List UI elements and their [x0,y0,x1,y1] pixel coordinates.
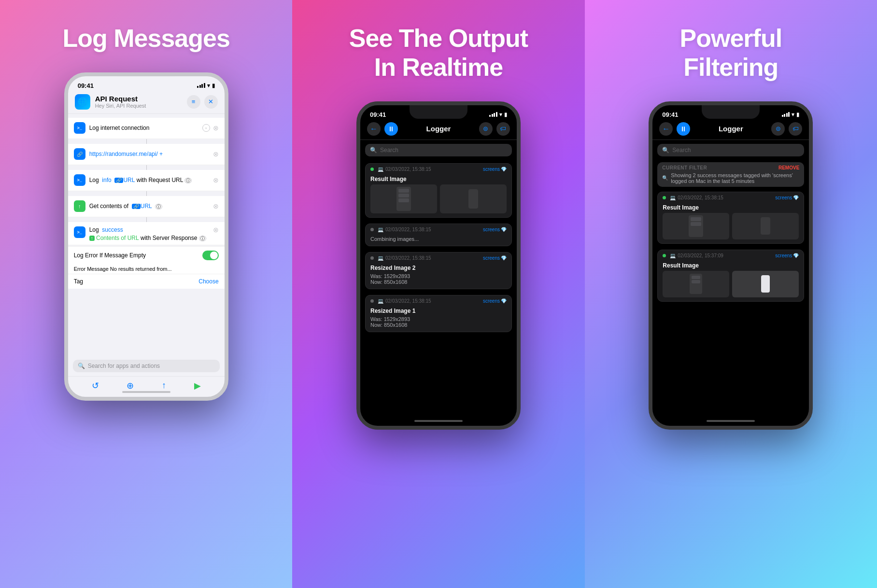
log-entry-2[interactable]: 💻 02/03/2022, 15:38:15 screens 💎 Combini… [365,224,512,246]
row-get-contents[interactable]: ↑ Get contents of 🔗URL ⓘ ⊗ [68,196,225,217]
wifi-icon-2: ▾ [499,112,502,118]
panel-3-title: Powerful Filtering [680,24,782,82]
log-dot-3-1 [663,196,666,199]
dismiss-icon-2[interactable]: ⊗ [213,176,219,184]
dismiss-icon-4[interactable]: ⊗ [213,226,219,234]
status-icons-1: ▾ ▮ [197,83,215,89]
back-button-2[interactable]: ← [367,122,381,136]
tag-icon-3-1: 💎 [793,195,799,200]
toolbar-icon-1[interactable]: ↺ [92,380,99,391]
connector-4 [68,217,225,222]
toolbar-icon-2[interactable]: ⊕ [127,380,134,391]
home-indicator-2 [414,420,463,422]
logger-title-3: Logger [690,125,771,133]
search-placeholder-2: Search [380,147,398,154]
play-button-3[interactable]: ⏸ [677,122,690,136]
battery-icon-1: ▮ [212,83,215,89]
dismiss-icon-1[interactable]: ⊗ [213,124,219,132]
tag-button-3[interactable]: 🏷 [789,122,802,136]
error-row: Error Message No results returned from..… [68,264,225,274]
timestamp-3-2: 02/03/2022, 15:37:09 [678,253,723,258]
connector-3 [68,191,225,196]
logger-header-2: ← ⏸ Logger ⊚ 🏷 [360,120,517,140]
wifi-icon-3: ▾ [792,112,794,118]
bottom-toolbar: ↺ ⊕ ↑ ▶ [68,376,225,397]
search-bar-bottom[interactable]: 🔍 Search for apps and actions [73,360,220,372]
log-entry-4[interactable]: 💻 02/03/2022, 15:38:15 screens 💎 Resized… [365,295,512,332]
log-title-3-1: Result Image [663,204,799,211]
search-icon-2: 🔍 [370,147,377,154]
log-title-1: Result Image [370,176,507,182]
phone-3: 09:41 ▾ ▮ ← ⏸ Logger ⊚ 🏷 [649,101,813,430]
computer-icon-2: 💻 [378,227,383,232]
row-icon-1: >_ [74,122,85,134]
timestamp-4: 02/03/2022, 15:38:15 [385,298,431,304]
log-entry-1[interactable]: 💻 02/03/2022, 15:38:15 screens 💎 Result … [365,163,512,218]
row-log-internet[interactable]: >_ Log internet connection › ⊗ [68,118,225,139]
close-button[interactable]: ✕ [204,95,218,109]
timestamp-3-1: 02/03/2022, 15:38:15 [678,195,723,200]
phone-1-notch [117,76,175,90]
log-img-3-2b [732,271,799,297]
back-button-3[interactable]: ← [659,122,673,136]
row-url[interactable]: 🔗 https://randomuser.me/api/ + ⊗ [68,144,225,165]
log-dot-1 [370,168,374,171]
menu-button[interactable]: ≡ [187,95,200,109]
logger-search-3[interactable]: 🔍 Search [657,144,804,156]
tag-icon-2: 💎 [501,227,507,232]
status-time-3: 09:41 [662,111,678,118]
panel-1-title: Log Messages [62,24,229,53]
log-entry-3[interactable]: 💻 02/03/2022, 15:38:15 screens 💎 Resized… [365,252,512,289]
tag-row: Tag Choose [68,274,225,289]
wifi-icon-1: ▾ [207,83,210,89]
phone-2: 09:41 ▾ ▮ ← ⏸ Logger ⊚ 🏷 [356,101,521,430]
row-log-url[interactable]: >_ Log info 🔗URL with Request URL ⓘ ⊗ [68,170,225,191]
log-entry-3-2[interactable]: 💻 02/03/2022, 15:37:09 screens 💎 Result … [657,250,804,302]
toggle-switch[interactable] [202,251,219,260]
home-indicator-1 [122,391,170,393]
tag-icon-3: 💎 [501,255,507,261]
terminal-icon: >_ [77,126,82,130]
computer-icon-3-2: 💻 [670,253,676,258]
chevron-icon-1: › [202,124,210,132]
computer-icon-4: 💻 [378,298,383,304]
timestamp-2: 02/03/2022, 15:38:15 [385,227,431,232]
app-subtitle: Hey Siri, API Request [95,103,187,109]
tag-choose-button[interactable]: Choose [198,278,218,285]
app-icon: 🌐 [75,94,90,110]
logger-header-3: ← ⏸ Logger ⊚ 🏷 [652,120,809,140]
log-title-4: Resized Image 1 [370,308,507,314]
tag-button-2[interactable]: 🏷 [496,122,510,136]
log-tag-3: screens 💎 [483,255,507,261]
dismiss-icon-3[interactable]: ⊗ [213,202,219,210]
signal-icon-2 [489,112,497,117]
log-img-3-1a [663,213,729,239]
toggle-row: Log Error If Message Empty [68,246,225,264]
toolbar-icon-3[interactable]: ↑ [162,380,166,391]
signal-icon-3 [782,112,790,117]
logger-search-2[interactable]: 🔍 Search [365,144,512,156]
timestamp-1: 02/03/2022, 15:38:15 [385,167,431,172]
filter-button-2[interactable]: ⊚ [479,122,493,136]
phone-2-notch [410,105,467,119]
panel-realtime: See The Output In Realtime 09:41 ▾ ▮ ← ⏸ [292,0,584,588]
log-img-3-1b [732,213,799,239]
toolbar-icon-4[interactable]: ▶ [194,380,201,391]
battery-icon-3: ▮ [796,112,799,118]
status-time-2: 09:41 [370,111,386,118]
row-icon-url: 🔗 [74,148,85,160]
log-tag-4: screens 💎 [483,298,507,304]
panel-log-messages: Log Messages 09:41 ▾ ▮ 🌐 [0,0,292,588]
tag-icon-3-2: 💎 [793,253,799,258]
play-button-2[interactable]: ⏸ [384,122,398,136]
filter-button-3[interactable]: ⊚ [771,122,785,136]
dismiss-icon-url[interactable]: ⊗ [213,150,219,158]
tag-label: Tag [74,278,83,285]
row-log-success[interactable]: >_ Log success ↑ Contents of URL with Se… [68,222,225,246]
row-icon-4: >_ [74,226,85,238]
filter-remove-button[interactable]: REMOVE [778,165,799,170]
log-dot-2 [370,228,374,231]
log-entry-3-1[interactable]: 💻 02/03/2022, 15:38:15 screens 💎 Result … [657,192,804,244]
panel-filtering: Powerful Filtering 09:41 ▾ ▮ ← ⏸ [585,0,877,588]
shortcuts-body: >_ Log internet connection › ⊗ 🔗 https:/… [68,114,225,356]
